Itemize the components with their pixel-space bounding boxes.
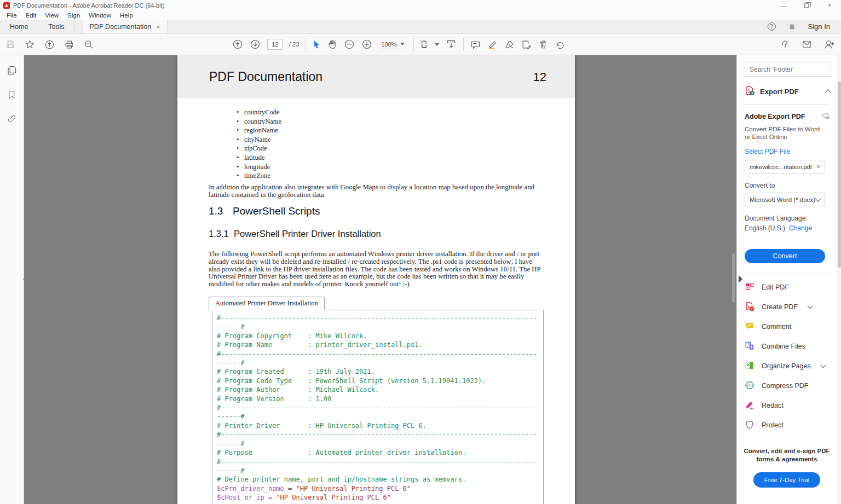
document-canvas[interactable]: PDF Documentation 12 countryCodecountryN… [24, 55, 736, 504]
code-line: ------# [217, 466, 543, 475]
code-line: #---------------------------------------… [217, 314, 543, 322]
promo-line-2: forms & agreements [737, 455, 837, 464]
menu-help[interactable]: Help [116, 12, 137, 19]
tab-tools[interactable]: Tools [38, 20, 74, 33]
hand-tool-icon[interactable] [327, 39, 337, 49]
convert-button[interactable]: Convert [745, 249, 825, 263]
remove-file-icon[interactable]: × [816, 163, 820, 171]
collapse-right-panel-icon[interactable] [739, 275, 742, 283]
select-pdf-file-link[interactable]: Select PDF File [745, 148, 830, 155]
next-page-icon[interactable] [250, 39, 261, 50]
export-pdf-header[interactable]: Export PDF [745, 85, 830, 105]
format-value: Microsoft Word (*.docx) [750, 196, 815, 203]
panel-scrollbar-thumb[interactable] [838, 82, 841, 268]
title-bar: PDF Documentation - Adobe Acrobat Reader… [0, 0, 841, 10]
acrobat-app-icon [3, 2, 10, 9]
zoom-in-icon[interactable] [361, 39, 372, 50]
page-fit-icon[interactable] [420, 39, 439, 50]
attachments-icon[interactable] [7, 114, 16, 124]
zoom-out-icon[interactable] [344, 39, 355, 50]
code-line: $cPrn_driver_name = "HP Universal Printi… [217, 484, 543, 493]
tool-protect[interactable]: Protect [745, 415, 830, 435]
code-line: # Program Author : Michael Wilcock. [217, 385, 543, 394]
format-dropdown[interactable]: Microsoft Word (*.docx) [745, 193, 825, 206]
tab-close-icon[interactable]: × [157, 24, 160, 30]
convert-to-label: Convert to [745, 182, 830, 189]
save-icon[interactable] [5, 39, 15, 49]
tool-organize-pages[interactable]: Organize Pages [745, 356, 830, 376]
tool-create-pdf[interactable]: Create PDF [745, 297, 830, 317]
menu-window[interactable]: Window [84, 12, 116, 19]
star-icon[interactable] [25, 39, 35, 50]
tab-bar: Home Tools PDF Documentation × ? Sign In [0, 20, 841, 34]
find-icon[interactable] [84, 39, 94, 50]
code-line: #---------------------------------------… [217, 403, 543, 412]
email-icon[interactable] [801, 39, 813, 49]
paragraph-script-intro: The following PowerShell script performs… [209, 251, 545, 288]
tool-label: Redact [762, 402, 784, 409]
share-upload-icon[interactable] [44, 39, 55, 50]
notifications-bell-icon[interactable] [788, 22, 796, 31]
fit-width-icon[interactable] [446, 39, 457, 50]
free-trial-button[interactable]: Free 7-Day Trial [753, 472, 820, 488]
change-language-link[interactable]: Change [789, 224, 812, 232]
comment-tool-icon[interactable] [470, 39, 481, 50]
adobe-export-description: Convert PDF Files to Word or Excel Onlin… [745, 125, 821, 141]
close-button[interactable]: × [818, 0, 841, 10]
tool-combine-files[interactable]: Combine Files [745, 337, 830, 356]
page-thumbnails-icon[interactable] [7, 65, 17, 76]
tool-redact[interactable]: Redact [745, 396, 830, 415]
code-line: # Program Name : printer_driver_install.… [217, 340, 543, 349]
share-link-icon[interactable] [779, 39, 790, 50]
share-person-icon[interactable] [823, 39, 834, 50]
tools-panel: Export PDF Adobe Export PDF Convert PDF … [736, 55, 841, 504]
sign-in-button[interactable]: Sign In [808, 22, 830, 31]
minimize-button[interactable]: — [772, 0, 795, 10]
tool-comment[interactable]: Comment [745, 317, 830, 337]
code-line: # Program Code Type : PowerShell Script … [217, 376, 543, 385]
paragraph-geolocation: In addition the application also integra… [209, 183, 546, 199]
restore-button[interactable] [795, 0, 818, 10]
page-header-title: PDF Documentation [209, 69, 322, 84]
document-scrollbar-thumb[interactable] [732, 253, 735, 303]
edit-note-icon[interactable] [521, 39, 532, 50]
undo-icon[interactable] [555, 39, 565, 50]
highlight-tool-icon[interactable] [487, 39, 498, 50]
export-pdf-label: Export PDF [760, 88, 821, 96]
bullet-item: regionName [237, 126, 281, 135]
menu-bar: FileEditViewSignWindowHelp [0, 10, 841, 20]
code-tab-label: Automated Printer Driver Installation [209, 297, 325, 310]
code-line: #---------------------------------------… [217, 350, 543, 358]
select-tool-icon[interactable] [313, 40, 321, 49]
page-number-input[interactable] [267, 39, 283, 50]
export-pdf-icon [745, 85, 755, 97]
create-pdf-icon [745, 302, 754, 313]
print-icon[interactable] [64, 39, 74, 50]
bullet-item: cityName [237, 135, 281, 144]
tool-compress-pdf[interactable]: Compress PDF [745, 376, 830, 396]
left-panel-rail [0, 55, 24, 504]
tab-document[interactable]: PDF Documentation × [83, 20, 168, 33]
search-input[interactable] [745, 62, 831, 77]
fill-sign-icon[interactable] [504, 39, 515, 50]
help-icon[interactable]: ? [768, 22, 776, 31]
zoom-level-dropdown[interactable]: 100% [379, 40, 406, 49]
menu-sign[interactable]: Sign [63, 12, 84, 19]
previous-page-icon[interactable] [232, 39, 243, 50]
chevron-up-icon [825, 89, 831, 95]
tool-edit-pdf[interactable]: Edit PDF [745, 277, 830, 297]
bookmarks-icon[interactable] [7, 90, 16, 100]
tab-home[interactable]: Home [0, 20, 38, 33]
menu-view[interactable]: View [41, 12, 63, 19]
panel-scrollbar[interactable] [837, 55, 841, 504]
bullet-item: countryName [237, 117, 281, 126]
tool-label: Compress PDF [762, 382, 808, 390]
delete-icon[interactable] [538, 39, 548, 49]
menu-file[interactable]: File [2, 12, 21, 19]
document-language-value: English (U.S.) [745, 224, 785, 232]
page-header-number: 12 [533, 70, 546, 84]
organize-pages-icon [745, 361, 754, 372]
tool-label: Create PDF [762, 303, 798, 311]
tool-label: Combine Files [762, 343, 805, 350]
menu-edit[interactable]: Edit [21, 12, 41, 19]
